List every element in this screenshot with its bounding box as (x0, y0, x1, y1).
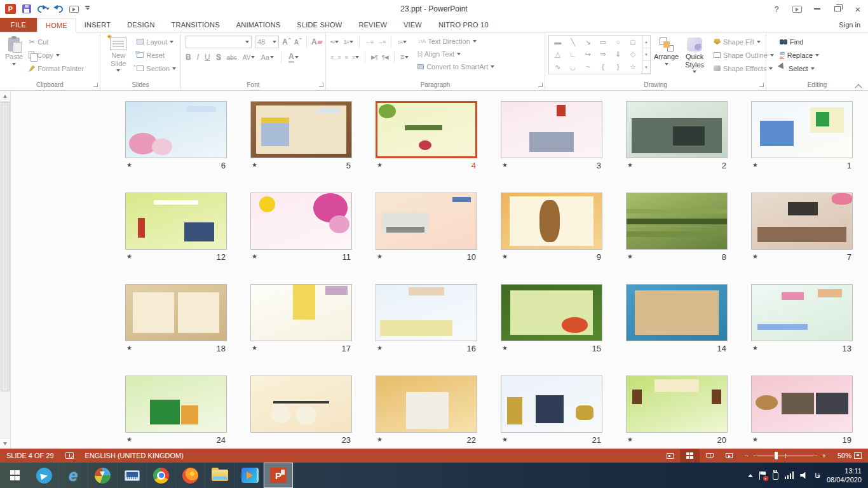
slide-thumbnail-23[interactable] (250, 376, 352, 433)
restore-button[interactable] (827, 0, 848, 18)
font-name-combo[interactable] (186, 36, 252, 48)
animation-star-icon[interactable]: ★ (502, 254, 508, 260)
tab-animations[interactable]: ANIMATIONS (228, 18, 289, 32)
slide-thumbnail-18[interactable] (125, 284, 227, 341)
left-to-right-button[interactable]: ▶¶ (371, 54, 377, 60)
tab-insert[interactable]: INSERT (76, 18, 119, 32)
shape-option[interactable]: ↘ (585, 39, 591, 46)
convert-to-smartart-button[interactable]: Convert to SmartArt (415, 60, 497, 73)
text-shadow-button[interactable]: S (216, 53, 221, 62)
slide-thumbnail-14[interactable] (626, 284, 728, 341)
animation-star-icon[interactable]: ★ (126, 162, 132, 168)
shape-option[interactable]: ◻ (630, 39, 636, 46)
collapse-ribbon-icon[interactable] (855, 83, 862, 88)
media-player-taskbar-button[interactable] (234, 463, 264, 488)
decrease-font-size-button[interactable]: Aˇ (294, 37, 302, 46)
animation-star-icon[interactable]: ★ (752, 254, 758, 260)
text-direction-button[interactable]: ↓↑AText Direction (415, 35, 497, 48)
animation-star-icon[interactable]: ★ (377, 437, 383, 443)
underline-button[interactable]: U (205, 53, 210, 62)
slide-thumbnail-15[interactable] (501, 284, 602, 341)
shape-option[interactable]: ⇓ (615, 51, 621, 58)
animation-star-icon[interactable]: ★ (627, 254, 633, 260)
shape-option[interactable]: { (602, 64, 604, 71)
tab-view[interactable]: VIEW (395, 18, 430, 32)
zoom-out-button[interactable]: − (744, 452, 748, 459)
internet-explorer-taskbar-button[interactable]: e (59, 463, 88, 488)
italic-button[interactable]: I (197, 53, 199, 62)
paste-button[interactable]: Paste (2, 34, 26, 69)
input-language-indicator[interactable]: فا (815, 471, 820, 480)
align-right-button[interactable]: ≡ (345, 54, 348, 60)
shape-option[interactable]: ∿ (555, 64, 560, 71)
ribbon-display-options-button[interactable] (787, 0, 807, 18)
paragraph-dialog-launcher[interactable] (538, 83, 543, 87)
tab-design[interactable]: DESIGN (119, 18, 163, 32)
animation-star-icon[interactable]: ★ (627, 437, 633, 443)
layout-button[interactable]: Layout (134, 35, 179, 48)
font-dialog-launcher[interactable] (319, 83, 323, 87)
shapes-more-icon[interactable]: ▼ (642, 61, 650, 74)
font-color-button[interactable]: A (288, 52, 299, 63)
justify-button[interactable]: ≡ (352, 54, 359, 60)
tab-nitro-pro-10[interactable]: NITRO PRO 10 (430, 18, 497, 32)
reset-button[interactable]: Reset (134, 48, 179, 62)
right-to-left-button[interactable]: ¶◀ (382, 54, 388, 60)
file-explorer-taskbar-button[interactable] (205, 463, 234, 488)
cut-button[interactable]: ✂Cut (26, 35, 86, 48)
align-center-button[interactable]: ≡ (337, 54, 340, 60)
slide-thumbnail-9[interactable] (501, 193, 602, 250)
animation-star-icon[interactable]: ★ (377, 345, 383, 351)
scroll-down-button[interactable] (0, 438, 10, 449)
shape-option[interactable]: ◡ (570, 64, 576, 71)
help-button[interactable]: ? (766, 0, 787, 18)
fit-slide-to-window-icon[interactable] (854, 452, 862, 459)
slide-thumbnail-1[interactable] (751, 101, 853, 158)
tab-transitions[interactable]: TRANSITIONS (163, 18, 228, 32)
change-case-button[interactable]: Aa (261, 53, 273, 61)
animation-star-icon[interactable]: ★ (252, 345, 257, 351)
slide-counter[interactable]: SLIDE 4 OF 29 (6, 452, 54, 459)
shapes-gallery-scroll[interactable]: ▲▼▼ (642, 35, 651, 74)
animation-star-icon[interactable]: ★ (752, 345, 758, 351)
spell-check-icon[interactable] (65, 452, 74, 459)
telegram-taskbar-button[interactable] (30, 463, 59, 488)
animation-star-icon[interactable]: ★ (627, 162, 633, 168)
slide-thumbnail-2[interactable] (626, 101, 728, 158)
reading-view-button[interactable] (700, 449, 719, 463)
animation-star-icon[interactable]: ★ (502, 345, 508, 351)
slide-sorter-view-button[interactable] (680, 449, 700, 463)
animation-star-icon[interactable]: ★ (126, 437, 132, 443)
remote-desktop-taskbar-button[interactable] (118, 463, 147, 488)
section-button[interactable]: Section (134, 62, 179, 75)
shape-option[interactable]: } (617, 64, 620, 71)
shape-option[interactable]: ◇ (630, 51, 635, 58)
shapes-gallery[interactable]: ▬╲↘▭○◻△∟↪⇒⇓◇∿◡~{}☆ (548, 35, 642, 74)
clock[interactable]: 13:1108/04/2020 (827, 466, 862, 485)
numbering-button[interactable]: 1≡ (343, 39, 353, 45)
increase-font-size-button[interactable]: Aˆ (282, 37, 291, 46)
sign-in-link[interactable]: Sign in (831, 18, 868, 32)
animation-star-icon[interactable]: ★ (252, 254, 257, 260)
slide-thumbnail-3[interactable] (501, 101, 602, 158)
font-size-combo[interactable]: 48 (255, 36, 279, 48)
decrease-indent-button[interactable]: ←≡ (365, 39, 373, 45)
animation-star-icon[interactable]: ★ (752, 162, 758, 168)
shape-option[interactable]: ↪ (585, 51, 591, 58)
animation-star-icon[interactable]: ★ (126, 345, 132, 351)
replace-button[interactable]: abacReplace (777, 48, 822, 62)
arrange-button[interactable]: Arrange (651, 34, 682, 69)
scrollbar-thumb[interactable] (1, 102, 10, 391)
bullets-button[interactable]: •≡ (330, 39, 339, 45)
save-icon[interactable] (22, 4, 31, 13)
animation-star-icon[interactable]: ★ (126, 254, 132, 260)
slide-show-button[interactable] (719, 449, 739, 463)
clipboard-dialog-launcher[interactable] (93, 83, 98, 87)
slide-thumbnail-21[interactable] (501, 376, 602, 433)
tab-home[interactable]: HOME (37, 18, 76, 32)
animation-star-icon[interactable]: ★ (377, 162, 383, 168)
slide-thumbnail-20[interactable] (626, 376, 728, 433)
shapes-scroll-up-icon[interactable]: ▲ (642, 36, 650, 48)
start-from-beginning-icon[interactable] (69, 6, 79, 13)
animation-star-icon[interactable]: ★ (377, 254, 383, 260)
